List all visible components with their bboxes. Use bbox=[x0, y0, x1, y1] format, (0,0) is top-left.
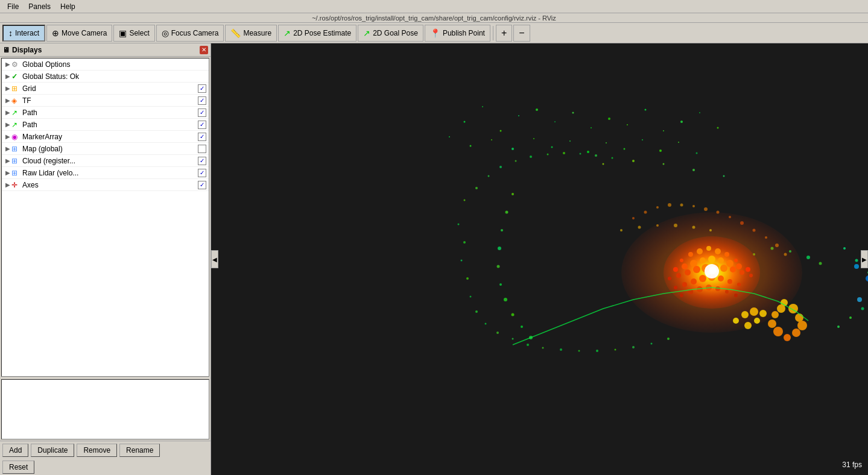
svg-point-82 bbox=[692, 169, 695, 171]
tree-item-cloud-register[interactable]: ▶ ⊞ Cloud (register... ✓ bbox=[2, 155, 209, 167]
zoom-out-button[interactable]: − bbox=[513, 25, 530, 42]
2d-pose-button[interactable]: ↗ 2D Pose Estimate bbox=[278, 25, 356, 42]
menu-help[interactable]: Help bbox=[55, 1, 80, 12]
svg-point-177 bbox=[668, 203, 671, 207]
add-button[interactable]: Add bbox=[2, 444, 28, 457]
tree-item-global-options[interactable]: ▶ ⚙ Global Options bbox=[2, 58, 209, 71]
svg-point-140 bbox=[741, 311, 749, 318]
reset-row: Reset bbox=[0, 459, 211, 475]
publish-point-button[interactable]: 📍 Publish Point bbox=[425, 25, 490, 42]
svg-point-96 bbox=[700, 257, 706, 263]
fps-counter: 31 fps bbox=[842, 461, 862, 469]
svg-point-179 bbox=[692, 205, 695, 207]
svg-point-135 bbox=[773, 327, 783, 336]
focus-camera-button[interactable]: ◎ Focus Camera bbox=[156, 25, 224, 42]
path2-checkbox[interactable]: ✓ bbox=[198, 121, 206, 129]
svg-point-81 bbox=[663, 163, 665, 165]
expand-icon-path1: ▶ bbox=[4, 109, 11, 116]
display-bottom-buttons: Add Duplicate Remove Rename bbox=[0, 441, 211, 459]
grid-checkbox[interactable]: ✓ bbox=[198, 84, 206, 93]
svg-point-105 bbox=[693, 266, 700, 273]
svg-point-113 bbox=[682, 282, 687, 287]
tree-item-path2[interactable]: ▶ ↗ Path ✓ bbox=[2, 119, 209, 131]
menu-panels[interactable]: Panels bbox=[24, 1, 55, 12]
svg-point-65 bbox=[505, 211, 508, 214]
svg-point-170 bbox=[563, 152, 565, 154]
move-camera-button[interactable]: ⊕ Move Camera bbox=[46, 25, 112, 42]
zoom-in-button[interactable]: + bbox=[496, 25, 512, 42]
svg-point-11 bbox=[645, 109, 647, 111]
svg-point-145 bbox=[458, 224, 460, 225]
svg-point-167 bbox=[515, 160, 517, 162]
svg-point-110 bbox=[740, 270, 744, 275]
svg-point-164 bbox=[475, 187, 478, 189]
tree-item-grid[interactable]: ▶ ⊞ Grid ✓ bbox=[2, 83, 209, 95]
svg-point-136 bbox=[768, 319, 776, 328]
menu-file[interactable]: File bbox=[2, 1, 24, 12]
svg-point-125 bbox=[725, 290, 729, 294]
svg-point-78 bbox=[819, 262, 822, 265]
marker-array-checkbox[interactable]: ✓ bbox=[198, 133, 206, 141]
tree-item-axes[interactable]: ▶ ✛ Axes ✓ bbox=[2, 179, 209, 191]
collapse-left-handle[interactable]: ◀ bbox=[211, 250, 218, 268]
tree-item-marker-array[interactable]: ▶ ◉ MarkerArray ✓ bbox=[2, 131, 209, 143]
displays-header: 🖥 Displays ✕ bbox=[0, 43, 211, 57]
path1-checkbox[interactable]: ✓ bbox=[198, 109, 206, 117]
svg-point-31 bbox=[855, 259, 858, 262]
duplicate-button[interactable]: Duplicate bbox=[31, 444, 74, 457]
path1-icon: ↗ bbox=[11, 109, 21, 117]
axes-checkbox[interactable]: ✓ bbox=[198, 181, 206, 189]
displays-close-button[interactable]: ✕ bbox=[200, 46, 208, 54]
svg-point-15 bbox=[717, 127, 719, 129]
map-global-checkbox[interactable] bbox=[198, 145, 206, 153]
svg-point-90 bbox=[715, 248, 721, 254]
2d-goal-button[interactable]: ↗ 2D Goal Pose bbox=[358, 25, 423, 42]
raw-lidar-checkbox[interactable]: ✓ bbox=[198, 169, 206, 177]
tree-item-tf[interactable]: ▶ ◈ TF ✓ bbox=[2, 95, 209, 107]
svg-point-187 bbox=[784, 253, 787, 256]
cloud-register-checkbox[interactable]: ✓ bbox=[198, 157, 206, 165]
svg-point-180 bbox=[704, 207, 708, 211]
svg-point-134 bbox=[784, 334, 791, 341]
collapse-right-handle[interactable]: ▶ bbox=[861, 250, 868, 268]
tree-item-raw-lidar[interactable]: ▶ ⊞ Raw Lidar (velo... ✓ bbox=[2, 167, 209, 179]
interact-button[interactable]: ↕ Interact bbox=[2, 25, 45, 42]
tf-checkbox[interactable]: ✓ bbox=[198, 96, 206, 105]
tree-item-map-global[interactable]: ▶ ⊞ Map (global) bbox=[2, 143, 209, 155]
tree-item-global-status[interactable]: ▶ ✓ Global Status: Ok bbox=[2, 71, 209, 83]
svg-point-172 bbox=[595, 154, 597, 157]
svg-point-131 bbox=[795, 313, 803, 322]
svg-point-3 bbox=[500, 130, 502, 132]
svg-point-175 bbox=[644, 211, 647, 214]
svg-point-191 bbox=[674, 224, 677, 227]
svg-point-99 bbox=[726, 260, 733, 267]
focus-camera-icon: ◎ bbox=[162, 28, 169, 38]
svg-point-173 bbox=[612, 157, 613, 159]
svg-point-186 bbox=[775, 244, 779, 247]
svg-point-160 bbox=[632, 346, 635, 348]
svg-point-22 bbox=[569, 140, 571, 142]
expand-icon-tf: ▶ bbox=[4, 97, 11, 104]
measure-button[interactable]: 📏 Measure bbox=[225, 25, 277, 42]
expand-icon-raw-lidar: ▶ bbox=[4, 169, 11, 176]
svg-point-114 bbox=[691, 278, 697, 285]
viewport[interactable]: ◀ bbox=[211, 43, 868, 475]
svg-point-143 bbox=[754, 318, 760, 324]
tree-item-path1[interactable]: ▶ ↗ Path ✓ bbox=[2, 107, 209, 119]
svg-point-97 bbox=[708, 256, 715, 263]
left-panel-detail bbox=[1, 379, 209, 439]
svg-point-66 bbox=[501, 229, 503, 231]
svg-point-108 bbox=[720, 265, 727, 272]
svg-point-161 bbox=[651, 343, 653, 345]
svg-point-2 bbox=[482, 106, 483, 107]
svg-point-16 bbox=[449, 136, 450, 137]
svg-point-50 bbox=[854, 264, 859, 269]
svg-point-21 bbox=[551, 146, 553, 148]
select-button[interactable]: ▣ Select bbox=[113, 25, 154, 42]
svg-point-29 bbox=[696, 153, 698, 154]
rename-button[interactable]: Rename bbox=[119, 444, 160, 457]
svg-point-111 bbox=[749, 274, 753, 277]
svg-point-23 bbox=[587, 151, 589, 153]
reset-button[interactable]: Reset bbox=[2, 461, 34, 474]
remove-button[interactable]: Remove bbox=[77, 444, 117, 457]
